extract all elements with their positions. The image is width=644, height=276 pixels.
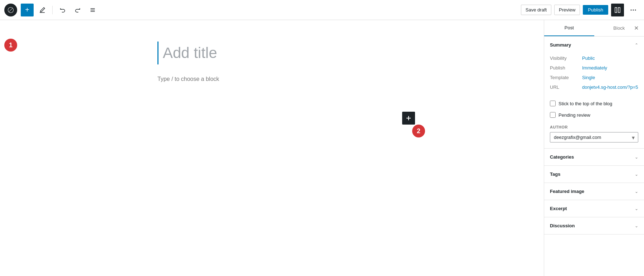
tags-title: Tags [550,171,560,177]
url-row: URL donjetv4.sg-host.com/?p=5 [550,82,638,92]
svg-rect-4 [615,8,617,13]
svg-point-7 [633,9,634,10]
save-draft-button[interactable]: Save draft [521,5,551,15]
discussion-section[interactable]: Discussion ⌄ [544,217,644,234]
stick-to-top-label: Stick to the top of the blog [558,101,612,106]
svg-point-6 [631,9,632,10]
publish-button[interactable]: Publish [583,5,608,15]
toolbar-left: + [4,4,519,16]
editor-area: 1 Type / to choose a block 2 [0,20,544,276]
editor-content: Type / to choose a block 2 [157,42,386,85]
list-view-button[interactable] [86,4,99,16]
summary-content: Visibility Public Publish Immediately Te… [544,53,644,98]
tab-post[interactable]: Post [544,20,594,36]
publish-value[interactable]: Immediately [582,65,607,71]
url-value[interactable]: donjetv4.sg-host.com/?p=5 [582,84,638,90]
step-badge-2: 2 [412,125,425,137]
close-icon: ✕ [634,25,639,32]
discussion-title: Discussion [550,223,575,228]
visibility-label: Visibility [550,55,582,61]
categories-title: Categories [550,154,574,160]
add-block-toolbar-button[interactable]: + [21,4,34,16]
visibility-row: Visibility Public [550,53,638,63]
visibility-value[interactable]: Public [582,55,595,61]
tags-chevron-icon: ⌄ [635,172,638,177]
main-area: 1 Type / to choose a block 2 Post Block [0,20,644,276]
post-title-input[interactable] [157,42,386,64]
author-label: AUTHOR [550,125,638,129]
add-block-button[interactable] [402,112,415,125]
featured-image-chevron-icon: ⌄ [635,189,638,194]
step-badge-1: 1 [4,39,17,52]
wp-logo[interactable] [4,4,17,16]
pending-review-label: Pending review [558,112,590,118]
svg-rect-5 [618,8,620,13]
sidebar: Post Block ✕ Summary ⌃ Visibility Public [544,20,644,276]
edit-mode-button[interactable] [36,4,49,16]
block-placeholder[interactable]: Type / to choose a block [157,73,386,85]
summary-section-header[interactable]: Summary ⌃ [544,37,644,53]
toolbar-divider-1 [52,6,53,14]
pending-review-checkbox[interactable] [550,112,556,118]
summary-chevron-icon: ⌃ [635,43,638,48]
preview-button[interactable]: Preview [554,5,580,15]
tags-section[interactable]: Tags ⌄ [544,166,644,183]
author-section: AUTHOR deezgrafix@gmail.com [544,121,644,148]
svg-point-8 [635,9,636,10]
author-select[interactable]: deezgrafix@gmail.com [550,132,638,142]
excerpt-title: Excerpt [550,206,567,211]
more-options-button[interactable] [627,4,640,16]
featured-image-section[interactable]: Featured image ⌄ [544,183,644,200]
template-label: Template [550,75,582,80]
template-row: Template Single [550,73,638,82]
stick-to-top-row: Stick to the top of the blog [544,98,644,109]
toolbar: + Save [0,0,644,20]
stick-to-top-checkbox[interactable] [550,101,556,106]
categories-section[interactable]: Categories ⌄ [544,149,644,166]
sidebar-tabs: Post Block ✕ [544,20,644,37]
excerpt-section[interactable]: Excerpt ⌄ [544,200,644,217]
settings-button[interactable] [611,4,624,16]
author-select-wrapper: deezgrafix@gmail.com [550,132,638,142]
sidebar-body: Summary ⌃ Visibility Public Publish Imme… [544,37,644,276]
pending-review-row: Pending review [544,109,644,121]
excerpt-chevron-icon: ⌄ [635,206,638,211]
template-value[interactable]: Single [582,75,595,80]
redo-button[interactable] [71,4,84,16]
summary-title: Summary [550,42,571,48]
discussion-chevron-icon: ⌄ [635,223,638,228]
close-sidebar-button[interactable]: ✕ [631,23,641,33]
summary-section: Summary ⌃ Visibility Public Publish Imme… [544,37,644,149]
featured-image-title: Featured image [550,189,584,194]
url-label: URL [550,84,582,90]
publish-label: Publish [550,65,582,71]
undo-button[interactable] [56,4,69,16]
categories-chevron-icon: ⌄ [635,155,638,160]
toolbar-right: Save draft Preview Publish [521,4,640,16]
publish-row: Publish Immediately [550,63,638,73]
